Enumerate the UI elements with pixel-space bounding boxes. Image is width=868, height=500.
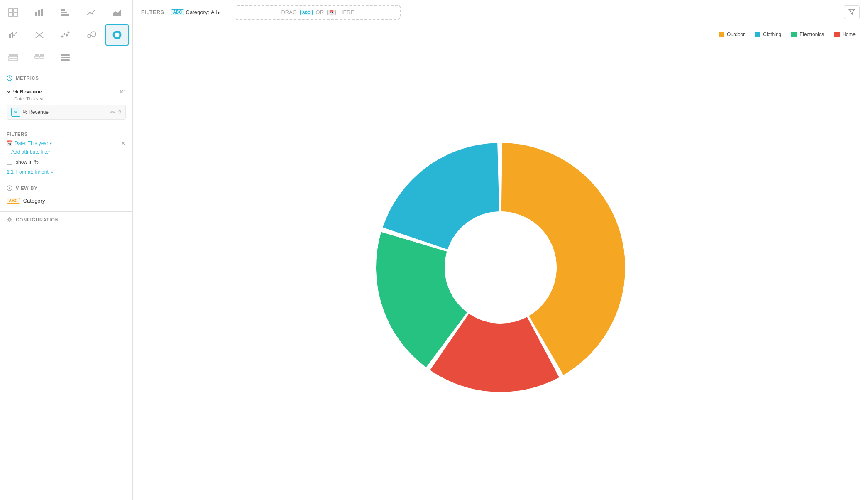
- chart-type-combo[interactable]: [2, 24, 25, 46]
- svg-rect-8: [61, 12, 67, 13]
- metrics-icon: [7, 75, 12, 81]
- chart-legend: Outdoor Clothing Electronics Home: [145, 32, 856, 37]
- chevron-down-icon: [7, 90, 11, 94]
- view-by-category: ABC Category: [7, 195, 126, 206]
- svg-rect-28: [40, 54, 44, 56]
- legend-dot-clothing: [755, 32, 760, 37]
- chart-type-table2[interactable]: [2, 47, 25, 68]
- configuration-gear-icon: [7, 217, 12, 223]
- metric-item: % Revenue M1 Date: This year % % Revenue…: [7, 85, 126, 123]
- chart-type-grid: [0, 0, 132, 70]
- funnel-icon: [848, 8, 855, 15]
- metric-row: % % Revenue ✏ ?: [7, 105, 126, 120]
- show-percent-row: show in %: [7, 159, 126, 165]
- legend-label-home: Home: [842, 32, 856, 37]
- chart-type-bar[interactable]: [28, 2, 51, 23]
- topbar-filters-label: FILTERS: [141, 10, 164, 15]
- svg-rect-0: [9, 9, 13, 12]
- svg-rect-5: [38, 10, 40, 16]
- svg-rect-7: [61, 9, 65, 11]
- date-filter[interactable]: 📅 Date: This year: [7, 140, 52, 146]
- svg-rect-1: [14, 9, 18, 12]
- percent-icon: %: [11, 108, 20, 117]
- chart-type-area[interactable]: [105, 2, 129, 23]
- drag-cal-tag: 📅: [327, 10, 336, 15]
- left-panel: METRICS % Revenue M1 Date: This year % %…: [0, 0, 133, 500]
- svg-point-18: [68, 32, 70, 34]
- svg-point-36: [9, 219, 11, 221]
- chart-type-table[interactable]: [2, 2, 25, 23]
- configuration-section: CONFIGURATION: [0, 212, 132, 228]
- svg-rect-4: [35, 12, 37, 16]
- chart-type-bubble[interactable]: [80, 24, 103, 46]
- svg-point-17: [66, 34, 68, 37]
- metric-badge: M1: [120, 89, 126, 94]
- chart-type-scatter[interactable]: [54, 24, 77, 46]
- legend-dot-home: [834, 32, 840, 37]
- configuration-label: CONFIGURATION: [16, 217, 59, 222]
- svg-rect-29: [40, 56, 44, 58]
- category-label: Category:: [186, 9, 209, 15]
- svg-point-20: [91, 32, 96, 37]
- edit-metric-button[interactable]: ✏: [110, 109, 115, 115]
- remove-date-filter-button[interactable]: ✕: [121, 140, 126, 147]
- right-panel: FILTERS ABC Category: All▾ DRAG ABC OR 📅…: [133, 0, 868, 500]
- top-bar: FILTERS ABC Category: All▾ DRAG ABC OR 📅…: [133, 0, 868, 25]
- view-by-category-label: Category: [23, 198, 45, 204]
- or-text: OR: [316, 9, 324, 15]
- donut-chart-container: [145, 42, 856, 493]
- date-filter-chevron: [50, 140, 52, 146]
- legend-item-outdoor: Outdoor: [719, 32, 745, 37]
- chart-type-line[interactable]: [80, 2, 103, 23]
- legend-item-home: Home: [834, 32, 856, 37]
- donut-chart: [355, 126, 646, 409]
- filters-sublabel: FILTERS: [7, 132, 126, 137]
- svg-rect-26: [35, 54, 39, 56]
- show-percent-label: show in %: [16, 159, 39, 165]
- svg-rect-23: [9, 54, 18, 56]
- svg-rect-6: [41, 9, 43, 16]
- svg-point-38: [445, 212, 556, 323]
- svg-rect-3: [14, 13, 18, 16]
- filter-funnel-button[interactable]: [844, 5, 860, 19]
- svg-rect-31: [61, 57, 70, 58]
- format-chevron: [51, 169, 53, 175]
- legend-label-electronics: Electronics: [800, 32, 824, 37]
- chart-type-flat[interactable]: [54, 47, 77, 68]
- svg-rect-32: [61, 59, 70, 61]
- show-percent-checkbox[interactable]: [7, 159, 12, 165]
- chart-type-hbar[interactable]: [54, 2, 77, 23]
- svg-marker-10: [113, 10, 121, 16]
- metrics-header: METRICS: [7, 75, 126, 81]
- chart-type-pivot[interactable]: [28, 47, 51, 68]
- legend-dot-outdoor: [719, 32, 724, 37]
- svg-rect-24: [9, 56, 18, 58]
- chart-type-xbar[interactable]: [28, 24, 51, 46]
- filter-row-date: 📅 Date: This year ✕: [7, 140, 126, 147]
- info-metric-button[interactable]: ?: [118, 109, 121, 115]
- category-value[interactable]: All▾: [211, 9, 220, 15]
- add-attribute-filter-button[interactable]: + Add attribute filter: [7, 149, 126, 155]
- format-row[interactable]: 1.1 Format: Inherit: [7, 169, 126, 175]
- svg-rect-9: [61, 14, 69, 16]
- view-by-header: VIEW BY: [7, 185, 126, 191]
- format-number: 1.1: [7, 169, 14, 175]
- svg-marker-37: [849, 9, 855, 14]
- svg-rect-25: [9, 59, 18, 61]
- view-by-section: VIEW BY ABC Category: [0, 180, 132, 212]
- svg-point-19: [88, 34, 91, 38]
- svg-point-15: [61, 36, 64, 38]
- legend-dot-electronics: [791, 32, 797, 37]
- view-by-icon: [7, 185, 12, 191]
- drag-abc-tag: ABC: [300, 10, 313, 15]
- svg-point-22: [115, 33, 119, 37]
- legend-label-outdoor: Outdoor: [727, 32, 745, 37]
- chart-type-donut[interactable]: [105, 24, 129, 46]
- here-text: HERE: [339, 9, 354, 15]
- view-by-label: VIEW BY: [16, 186, 38, 191]
- metric-header: % Revenue M1: [7, 88, 126, 95]
- svg-rect-27: [35, 56, 39, 58]
- plus-icon: +: [7, 149, 10, 155]
- drag-drop-zone[interactable]: DRAG ABC OR 📅 HERE: [235, 5, 401, 20]
- metric-date: Date: This year: [14, 96, 126, 101]
